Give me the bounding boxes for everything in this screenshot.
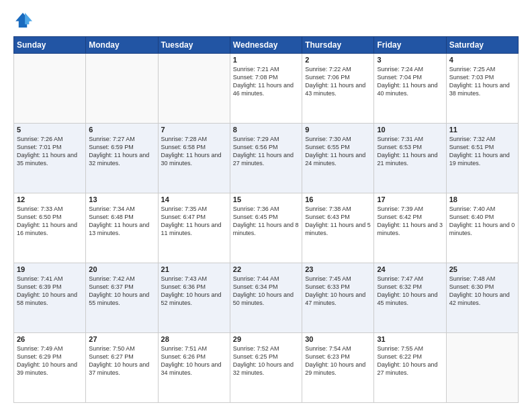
day-info: Sunrise: 7:48 AM Sunset: 6:30 PM Dayligh… (449, 275, 515, 308)
calendar-week-2: 12Sunrise: 7:33 AM Sunset: 6:50 PM Dayli… (14, 193, 519, 263)
calendar-cell: 16Sunrise: 7:38 AM Sunset: 6:43 PM Dayli… (302, 193, 374, 263)
day-number: 7 (161, 126, 227, 134)
calendar-cell: 28Sunrise: 7:51 AM Sunset: 6:26 PM Dayli… (158, 333, 230, 403)
calendar-cell: 26Sunrise: 7:49 AM Sunset: 6:29 PM Dayli… (14, 333, 86, 403)
day-info: Sunrise: 7:50 AM Sunset: 6:27 PM Dayligh… (89, 345, 154, 377)
day-info: Sunrise: 7:45 AM Sunset: 6:33 PM Dayligh… (305, 275, 371, 308)
day-number: 4 (449, 56, 515, 64)
logo (13, 11, 35, 30)
header (13, 11, 519, 30)
calendar-header-tuesday: Tuesday (158, 37, 230, 54)
day-number: 22 (233, 265, 299, 273)
day-number: 1 (233, 56, 299, 64)
day-number: 3 (377, 56, 443, 64)
day-number: 19 (17, 265, 83, 273)
calendar-header-wednesday: Wednesday (230, 37, 302, 54)
calendar-cell: 1Sunrise: 7:21 AM Sunset: 7:08 PM Daylig… (230, 54, 302, 124)
day-number: 17 (377, 195, 443, 203)
day-info: Sunrise: 7:39 AM Sunset: 6:42 PM Dayligh… (377, 205, 443, 238)
day-info: Sunrise: 7:51 AM Sunset: 6:26 PM Dayligh… (161, 345, 227, 377)
day-info: Sunrise: 7:22 AM Sunset: 7:06 PM Dayligh… (305, 65, 371, 98)
day-info: Sunrise: 7:29 AM Sunset: 6:56 PM Dayligh… (233, 135, 299, 168)
calendar-cell (446, 333, 518, 403)
calendar-week-1: 5Sunrise: 7:26 AM Sunset: 7:01 PM Daylig… (14, 124, 519, 193)
calendar-cell: 11Sunrise: 7:32 AM Sunset: 6:51 PM Dayli… (446, 124, 518, 193)
calendar-cell: 2Sunrise: 7:22 AM Sunset: 7:06 PM Daylig… (302, 54, 374, 124)
calendar-week-4: 26Sunrise: 7:49 AM Sunset: 6:29 PM Dayli… (14, 333, 519, 403)
calendar-cell: 3Sunrise: 7:24 AM Sunset: 7:04 PM Daylig… (374, 54, 446, 124)
day-number: 6 (89, 126, 154, 134)
calendar-cell: 23Sunrise: 7:45 AM Sunset: 6:33 PM Dayli… (302, 263, 374, 333)
day-number: 9 (305, 126, 371, 134)
day-number: 24 (377, 265, 443, 273)
day-info: Sunrise: 7:32 AM Sunset: 6:51 PM Dayligh… (449, 135, 515, 168)
day-number: 16 (305, 195, 371, 203)
calendar-header-row: SundayMondayTuesdayWednesdayThursdayFrid… (14, 37, 519, 54)
calendar-cell: 20Sunrise: 7:42 AM Sunset: 6:37 PM Dayli… (86, 263, 158, 333)
calendar-cell: 4Sunrise: 7:25 AM Sunset: 7:03 PM Daylig… (446, 54, 518, 124)
day-info: Sunrise: 7:41 AM Sunset: 6:39 PM Dayligh… (17, 275, 83, 308)
day-info: Sunrise: 7:33 AM Sunset: 6:50 PM Dayligh… (17, 205, 83, 238)
calendar-cell: 9Sunrise: 7:30 AM Sunset: 6:55 PM Daylig… (302, 124, 374, 193)
day-number: 13 (89, 195, 154, 203)
day-info: Sunrise: 7:54 AM Sunset: 6:23 PM Dayligh… (305, 345, 371, 377)
calendar-cell: 21Sunrise: 7:43 AM Sunset: 6:36 PM Dayli… (158, 263, 230, 333)
day-number: 28 (161, 335, 227, 343)
day-number: 23 (305, 265, 371, 273)
day-info: Sunrise: 7:38 AM Sunset: 6:43 PM Dayligh… (305, 205, 371, 238)
day-info: Sunrise: 7:24 AM Sunset: 7:04 PM Dayligh… (377, 65, 443, 98)
calendar-cell: 14Sunrise: 7:35 AM Sunset: 6:47 PM Dayli… (158, 193, 230, 263)
day-info: Sunrise: 7:43 AM Sunset: 6:36 PM Dayligh… (161, 275, 227, 308)
day-number: 2 (305, 56, 371, 64)
calendar-cell: 12Sunrise: 7:33 AM Sunset: 6:50 PM Dayli… (14, 193, 86, 263)
day-number: 20 (89, 265, 154, 273)
page: SundayMondayTuesdayWednesdayThursdayFrid… (0, 0, 532, 411)
day-info: Sunrise: 7:47 AM Sunset: 6:32 PM Dayligh… (377, 275, 443, 308)
calendar-cell: 7Sunrise: 7:28 AM Sunset: 6:58 PM Daylig… (158, 124, 230, 193)
day-number: 21 (161, 265, 227, 273)
calendar-cell (86, 54, 158, 124)
day-number: 25 (449, 265, 515, 273)
calendar-cell: 13Sunrise: 7:34 AM Sunset: 6:48 PM Dayli… (86, 193, 158, 263)
calendar-cell: 5Sunrise: 7:26 AM Sunset: 7:01 PM Daylig… (14, 124, 86, 193)
day-info: Sunrise: 7:26 AM Sunset: 7:01 PM Dayligh… (17, 135, 83, 168)
day-info: Sunrise: 7:21 AM Sunset: 7:08 PM Dayligh… (233, 65, 299, 98)
day-info: Sunrise: 7:44 AM Sunset: 6:34 PM Dayligh… (233, 275, 299, 308)
day-number: 8 (233, 126, 299, 134)
calendar-cell: 8Sunrise: 7:29 AM Sunset: 6:56 PM Daylig… (230, 124, 302, 193)
calendar-cell: 15Sunrise: 7:36 AM Sunset: 6:45 PM Dayli… (230, 193, 302, 263)
day-number: 29 (233, 335, 299, 343)
day-info: Sunrise: 7:40 AM Sunset: 6:40 PM Dayligh… (449, 205, 515, 238)
calendar-cell: 22Sunrise: 7:44 AM Sunset: 6:34 PM Dayli… (230, 263, 302, 333)
day-number: 14 (161, 195, 227, 203)
day-number: 18 (449, 195, 515, 203)
calendar-cell: 25Sunrise: 7:48 AM Sunset: 6:30 PM Dayli… (446, 263, 518, 333)
calendar-header-saturday: Saturday (446, 37, 518, 54)
day-number: 31 (377, 335, 443, 343)
day-info: Sunrise: 7:30 AM Sunset: 6:55 PM Dayligh… (305, 135, 371, 168)
calendar-cell (14, 54, 86, 124)
day-info: Sunrise: 7:52 AM Sunset: 6:25 PM Dayligh… (233, 345, 299, 377)
calendar-cell: 19Sunrise: 7:41 AM Sunset: 6:39 PM Dayli… (14, 263, 86, 333)
calendar-header-sunday: Sunday (14, 37, 86, 54)
calendar-cell: 31Sunrise: 7:55 AM Sunset: 6:22 PM Dayli… (374, 333, 446, 403)
day-number: 12 (17, 195, 83, 203)
calendar-header-thursday: Thursday (302, 37, 374, 54)
day-info: Sunrise: 7:34 AM Sunset: 6:48 PM Dayligh… (89, 205, 154, 238)
calendar-header-monday: Monday (86, 37, 158, 54)
logo-icon (13, 11, 32, 30)
calendar-cell (158, 54, 230, 124)
calendar-header-friday: Friday (374, 37, 446, 54)
day-number: 27 (89, 335, 154, 343)
day-info: Sunrise: 7:42 AM Sunset: 6:37 PM Dayligh… (89, 275, 154, 308)
day-number: 26 (17, 335, 83, 343)
calendar-cell: 27Sunrise: 7:50 AM Sunset: 6:27 PM Dayli… (86, 333, 158, 403)
day-number: 5 (17, 126, 83, 134)
day-number: 11 (449, 126, 515, 134)
day-number: 30 (305, 335, 371, 343)
calendar-cell: 6Sunrise: 7:27 AM Sunset: 6:59 PM Daylig… (86, 124, 158, 193)
day-info: Sunrise: 7:28 AM Sunset: 6:58 PM Dayligh… (161, 135, 227, 168)
calendar-cell: 17Sunrise: 7:39 AM Sunset: 6:42 PM Dayli… (374, 193, 446, 263)
day-info: Sunrise: 7:25 AM Sunset: 7:03 PM Dayligh… (449, 65, 515, 98)
day-info: Sunrise: 7:55 AM Sunset: 6:22 PM Dayligh… (377, 345, 443, 377)
